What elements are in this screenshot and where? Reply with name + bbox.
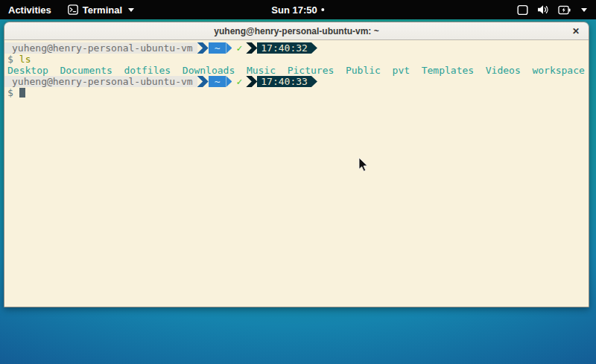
system-menu-button[interactable] xyxy=(508,0,596,19)
window-titlebar[interactable]: yuheng@henry-personal-ubuntu-vm: ~ ✕ xyxy=(4,22,589,40)
chevron-down-icon xyxy=(581,8,587,12)
terminal-content[interactable]: yuheng@henry-personal-ubuntu-vm ~ ✓ 17:4… xyxy=(4,40,589,307)
app-menu-button[interactable]: Terminal xyxy=(60,0,142,19)
volume-icon xyxy=(537,4,549,15)
clock-button[interactable]: Sun 17:50 xyxy=(265,0,330,19)
directory-listing: Desktop Documents dotfiles Downloads Mus… xyxy=(7,65,585,76)
command-text: ls xyxy=(19,54,31,65)
prompt-timestamp: 17:40:33 xyxy=(257,76,311,87)
activities-button[interactable]: Activities xyxy=(0,0,60,19)
app-menu-label: Terminal xyxy=(83,4,122,16)
prompt-user: yuheng@henry-personal-ubuntu-vm xyxy=(4,42,197,54)
powerline-arrow-icon xyxy=(311,42,317,54)
terminal-window: yuheng@henry-personal-ubuntu-vm: ~ ✕ yuh… xyxy=(4,22,589,307)
command-line-1: $ ls xyxy=(4,54,589,65)
powerline-separator-icon xyxy=(197,76,209,87)
prompt-user: yuheng@henry-personal-ubuntu-vm xyxy=(4,76,197,87)
command-line-2: $ xyxy=(4,87,589,98)
clock-label: Sun 17:50 xyxy=(271,4,317,16)
powerline-separator-icon xyxy=(246,76,257,87)
powerline-separator-icon xyxy=(246,42,257,54)
powerline-arrow-icon xyxy=(226,76,232,87)
prompt-symbol: $ xyxy=(7,87,13,98)
window-title: yuheng@henry-personal-ubuntu-vm: ~ xyxy=(214,26,378,36)
prompt-line-2: yuheng@henry-personal-ubuntu-vm ~ ✓ 17:4… xyxy=(4,76,589,87)
prompt-line-1: yuheng@henry-personal-ubuntu-vm ~ ✓ 17:4… xyxy=(4,42,589,54)
display-icon xyxy=(517,4,528,16)
notification-dot-icon xyxy=(322,8,325,11)
status-check-icon: ✓ xyxy=(232,76,246,87)
top-bar: Activities Terminal Sun 17:50 xyxy=(0,0,596,19)
prompt-path: ~ xyxy=(209,42,226,54)
terminal-icon xyxy=(68,4,78,15)
powerline-arrow-icon xyxy=(226,42,232,54)
mouse-cursor xyxy=(358,157,369,173)
terminal-cursor xyxy=(19,88,25,98)
prompt-symbol: $ xyxy=(7,54,13,65)
chevron-down-icon xyxy=(128,8,134,12)
powerline-separator-icon xyxy=(197,42,209,54)
battery-charging-icon xyxy=(558,5,571,15)
status-check-icon: ✓ xyxy=(232,42,246,54)
close-button[interactable]: ✕ xyxy=(572,27,580,36)
powerline-arrow-icon xyxy=(311,76,317,87)
output-line: Desktop Documents dotfiles Downloads Mus… xyxy=(4,65,589,76)
prompt-timestamp: 17:40:32 xyxy=(257,42,311,54)
prompt-path: ~ xyxy=(209,76,226,87)
